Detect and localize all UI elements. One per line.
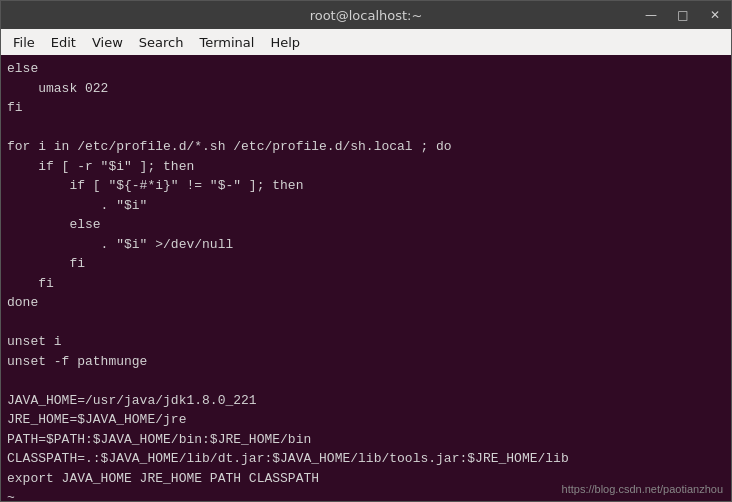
watermark: https://blog.csdn.net/paotianzhou <box>562 481 723 498</box>
terminal-line <box>7 371 725 391</box>
window-controls: — □ ✕ <box>635 1 731 29</box>
close-button[interactable]: ✕ <box>699 1 731 29</box>
terminal-line: unset i <box>7 332 725 352</box>
terminal-line: fi <box>7 98 725 118</box>
menu-file[interactable]: File <box>5 33 43 52</box>
window-title: root@localhost:~ <box>310 8 423 23</box>
terminal-line <box>7 313 725 333</box>
terminal-line: . "$i" <box>7 196 725 216</box>
terminal-window: root@localhost:~ — □ ✕ File Edit View Se… <box>0 0 732 502</box>
minimize-button[interactable]: — <box>635 1 667 29</box>
terminal-line: JRE_HOME=$JAVA_HOME/jre <box>7 410 725 430</box>
terminal-content: else umask 022fi for i in /etc/profile.d… <box>7 59 725 501</box>
menu-view[interactable]: View <box>84 33 131 52</box>
terminal-line: JAVA_HOME=/usr/java/jdk1.8.0_221 <box>7 391 725 411</box>
terminal-line: umask 022 <box>7 79 725 99</box>
menu-edit[interactable]: Edit <box>43 33 84 52</box>
terminal-line: done <box>7 293 725 313</box>
terminal-line: PATH=$PATH:$JAVA_HOME/bin:$JRE_HOME/bin <box>7 430 725 450</box>
terminal-line: else <box>7 215 725 235</box>
terminal-line: fi <box>7 254 725 274</box>
terminal-line: for i in /etc/profile.d/*.sh /etc/profil… <box>7 137 725 157</box>
terminal-line: . "$i" >/dev/null <box>7 235 725 255</box>
terminal-line: if [ "${-#*i}" != "$-" ]; then <box>7 176 725 196</box>
terminal-line: CLASSPATH=.:$JAVA_HOME/lib/dt.jar:$JAVA_… <box>7 449 725 469</box>
terminal-line: if [ -r "$i" ]; then <box>7 157 725 177</box>
menu-help[interactable]: Help <box>262 33 308 52</box>
menu-search[interactable]: Search <box>131 33 192 52</box>
terminal-line: fi <box>7 274 725 294</box>
terminal-line: unset -f pathmunge <box>7 352 725 372</box>
title-bar: root@localhost:~ — □ ✕ <box>1 1 731 29</box>
maximize-button[interactable]: □ <box>667 1 699 29</box>
terminal-body[interactable]: else umask 022fi for i in /etc/profile.d… <box>1 55 731 501</box>
terminal-line: else <box>7 59 725 79</box>
menu-terminal[interactable]: Terminal <box>191 33 262 52</box>
menu-bar: File Edit View Search Terminal Help <box>1 29 731 55</box>
terminal-line <box>7 118 725 138</box>
